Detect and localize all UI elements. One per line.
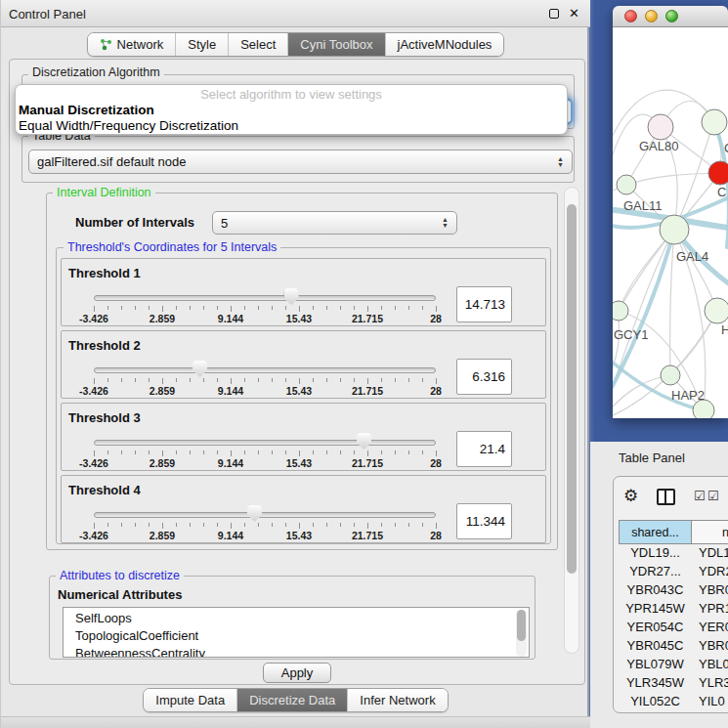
spinner-arrows-icon[interactable]: ▲▼ — [442, 217, 449, 229]
tab-discretize-data[interactable]: Discretize Data — [236, 689, 347, 711]
tick-mark — [217, 450, 218, 454]
tick-mark — [149, 450, 150, 454]
tick-mark — [395, 306, 396, 310]
tab-cyni-toolbox[interactable]: Cyni Toolbox — [287, 33, 384, 56]
tick-label: 21.715 — [352, 457, 383, 469]
tick-mark — [354, 306, 355, 310]
threshold-value-field[interactable]: 11.344 — [456, 503, 512, 539]
threshold-slider-track[interactable] — [94, 367, 436, 373]
list-scrollbar[interactable] — [516, 610, 527, 657]
threshold-slider-track[interactable] — [94, 512, 436, 518]
discretization-algorithm-group-title: Discretization Algorithm — [28, 65, 164, 79]
node-gal80[interactable] — [648, 114, 673, 140]
apply-button[interactable]: Apply — [263, 663, 331, 683]
tab-infer-network[interactable]: Infer Network — [347, 689, 447, 711]
table-data-combobox[interactable]: galFiltered.sif default node ▲▼ — [28, 150, 573, 174]
node-label-ga: GA — [724, 141, 728, 155]
table-row[interactable]: YER054CYER0 — [619, 620, 728, 638]
spinner-arrows-icon[interactable]: ▲▼ — [557, 156, 564, 168]
tick-label: 9.144 — [218, 457, 243, 469]
tick-label: 28 — [430, 385, 442, 397]
numerical-attributes-list[interactable]: SelfLoopsTopologicalCoefficientBetweenne… — [63, 607, 530, 658]
column-header-shared[interactable]: shared... — [619, 520, 692, 544]
threshold-label: Threshold 2 — [68, 338, 141, 353]
tick-mark — [244, 450, 245, 454]
table-row[interactable]: YDL19...YDL1 — [619, 545, 728, 564]
network-canvas[interactable]: GAL80GACGAL11GAL4GCY1HHAP2 — [613, 27, 728, 418]
tab-select[interactable]: Select — [228, 33, 287, 56]
table-row[interactable]: YBR043CYBR0 — [619, 582, 728, 601]
cell-shared-name: YBL079W — [619, 657, 692, 675]
node-gal4[interactable] — [660, 215, 689, 244]
tick-mark — [121, 523, 122, 527]
attribute-item-selfloops[interactable]: SelfLoops — [64, 610, 529, 627]
tab-label: Impute Data — [155, 693, 225, 707]
threshold-slider-thumb[interactable] — [193, 361, 207, 377]
threshold-slider-thumb[interactable] — [284, 288, 299, 305]
node-label-gal11: GAL11 — [623, 198, 663, 213]
close-traffic-light-icon[interactable] — [624, 10, 637, 22]
top-tab-bar: NetworkStyleSelectCyni ToolboxjActiveMNo… — [1, 32, 590, 57]
bottom-tab-bar: Impute DataDiscretize DataInfer Network — [1, 688, 590, 712]
cyni-toolbox-content: Discretization Algorithm Select algorith… — [9, 59, 585, 685]
table-row[interactable]: YDR27...YDR2 — [619, 564, 728, 582]
tick-mark — [422, 378, 423, 382]
scrollbar-thumb[interactable] — [567, 204, 577, 574]
tab-style[interactable]: Style — [175, 33, 228, 56]
tick-mark — [149, 523, 150, 527]
tick-mark — [285, 378, 286, 382]
tick-label: 15.43 — [286, 385, 312, 397]
checkbox-icon[interactable]: ☑ — [694, 490, 706, 502]
tab-impute-data[interactable]: Impute Data — [144, 689, 236, 711]
close-window-icon[interactable]: ✕ — [569, 6, 579, 21]
threshold-slider-thumb[interactable] — [247, 505, 262, 522]
table-row[interactable]: YLR345WYLR3 — [619, 675, 728, 694]
cell-shared-name: YDR27... — [619, 564, 692, 582]
node-top[interactable] — [702, 109, 727, 135]
table-row[interactable]: YBL079WYBL0 — [619, 657, 728, 675]
tick-mark — [299, 378, 300, 384]
tick-label: 28 — [430, 457, 442, 469]
table-row[interactable]: YPR145WYPR1 — [619, 601, 728, 620]
node-red[interactable] — [708, 161, 728, 185]
threshold-value-field[interactable]: 21.4 — [456, 431, 512, 467]
node-gal11[interactable] — [617, 175, 636, 194]
table-row[interactable]: YBR045CYBR0 — [619, 638, 728, 657]
node-hap2[interactable] — [661, 365, 680, 385]
tick-mark — [244, 378, 245, 382]
number-of-intervals-combobox[interactable]: 5 ▲▼ — [212, 211, 457, 235]
threshold-value-field[interactable]: 14.713 — [456, 286, 512, 322]
tick-label: 15.43 — [286, 457, 312, 469]
gear-icon[interactable]: ⚙ — [623, 488, 638, 504]
node-right[interactable] — [705, 298, 728, 323]
tick-mark — [422, 450, 423, 454]
tick-mark — [436, 523, 437, 529]
threshold-value-field[interactable]: 6.316 — [456, 359, 512, 395]
popup-item-manual-discretization[interactable]: Manual Discretization — [16, 103, 567, 118]
popup-item-equal-width-frequency-discretization[interactable]: Equal Width/Frequency Discretization — [16, 118, 567, 134]
tick-mark — [313, 306, 314, 310]
node-gcy1[interactable] — [613, 301, 628, 321]
tick-mark — [244, 306, 245, 310]
column-layout-icon[interactable] — [657, 489, 675, 505]
content-vertical-scrollbar[interactable] — [564, 187, 579, 654]
tab-network[interactable]: Network — [88, 33, 176, 56]
threshold-slider-track[interactable] — [94, 295, 436, 301]
tick-mark — [354, 378, 355, 382]
tab-label: Select — [240, 37, 276, 52]
tab-jactivemnodules[interactable]: jActiveMNodules — [385, 33, 504, 56]
network-window-titlebar[interactable] — [613, 6, 728, 27]
scrollbar-thumb[interactable] — [517, 610, 526, 641]
minimize-traffic-light-icon[interactable] — [645, 10, 658, 22]
bottom-tabs: Impute DataDiscretize DataInfer Network — [143, 688, 448, 712]
attribute-item-betweennesscentrality[interactable]: BetweennessCentrality — [64, 645, 529, 658]
threshold-slider-thumb[interactable] — [357, 433, 371, 450]
attribute-item-topologicalcoefficient[interactable]: TopologicalCoefficient — [64, 627, 529, 645]
threshold-slider-track[interactable] — [94, 440, 436, 446]
float-window-icon[interactable] — [549, 9, 559, 19]
checkbox-icon[interactable]: ☑ — [707, 490, 719, 502]
column-header-name[interactable]: n — [692, 520, 728, 544]
zoom-traffic-light-icon[interactable] — [665, 10, 678, 22]
tick-label: 9.144 — [218, 385, 243, 397]
table-row[interactable]: YIL052CYIL0 — [619, 694, 728, 712]
